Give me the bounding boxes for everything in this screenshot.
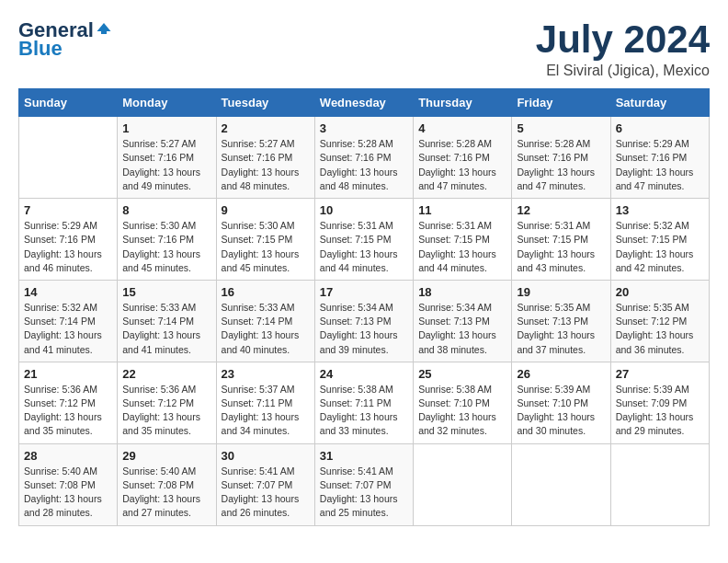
- day-number: 14: [24, 285, 112, 299]
- logo-blue: Blue: [18, 37, 63, 61]
- day-number: 18: [418, 285, 506, 299]
- day-number: 20: [616, 285, 704, 299]
- calendar-week-row: 21Sunrise: 5:36 AMSunset: 7:12 PMDayligh…: [19, 362, 710, 443]
- day-info: Sunrise: 5:39 AMSunset: 7:10 PMDaylight:…: [517, 383, 605, 439]
- day-of-week-header: Wednesday: [314, 89, 413, 117]
- calendar-day-cell: 11Sunrise: 5:31 AMSunset: 7:15 PMDayligh…: [414, 199, 512, 281]
- day-info: Sunrise: 5:40 AMSunset: 7:08 PMDaylight:…: [122, 465, 210, 521]
- day-of-week-header: Thursday: [414, 89, 512, 117]
- calendar-day-cell: 26Sunrise: 5:39 AMSunset: 7:10 PMDayligh…: [512, 362, 610, 443]
- day-of-week-header: Friday: [512, 89, 610, 117]
- calendar-day-cell: 10Sunrise: 5:31 AMSunset: 7:15 PMDayligh…: [314, 199, 413, 281]
- day-number: 28: [24, 449, 112, 463]
- page-header: General Blue July 2024 El Siviral (Jigic…: [18, 18, 710, 79]
- day-number: 15: [122, 285, 210, 299]
- day-info: Sunrise: 5:36 AMSunset: 7:12 PMDaylight:…: [122, 383, 210, 439]
- day-number: 13: [616, 203, 704, 217]
- day-info: Sunrise: 5:28 AMSunset: 7:16 PMDaylight:…: [517, 137, 605, 193]
- day-info: Sunrise: 5:31 AMSunset: 7:15 PMDaylight:…: [517, 219, 605, 275]
- day-number: 12: [517, 203, 605, 217]
- calendar-day-cell: 18Sunrise: 5:34 AMSunset: 7:13 PMDayligh…: [414, 280, 512, 362]
- calendar-day-cell: [19, 117, 118, 199]
- day-info: Sunrise: 5:37 AMSunset: 7:11 PMDaylight:…: [222, 383, 310, 439]
- month-title: July 2024: [536, 18, 710, 61]
- day-of-week-header: Monday: [118, 89, 216, 117]
- day-info: Sunrise: 5:40 AMSunset: 7:08 PMDaylight:…: [24, 465, 112, 521]
- day-number: 19: [517, 285, 605, 299]
- calendar-day-cell: 31Sunrise: 5:41 AMSunset: 7:07 PMDayligh…: [314, 443, 413, 525]
- calendar-day-cell: 21Sunrise: 5:36 AMSunset: 7:12 PMDayligh…: [19, 362, 118, 443]
- day-info: Sunrise: 5:41 AMSunset: 7:07 PMDaylight:…: [222, 465, 310, 521]
- day-number: 1: [122, 121, 210, 135]
- calendar-header-row: SundayMondayTuesdayWednesdayThursdayFrid…: [19, 89, 710, 117]
- calendar-week-row: 28Sunrise: 5:40 AMSunset: 7:08 PMDayligh…: [19, 443, 710, 525]
- day-info: Sunrise: 5:31 AMSunset: 7:15 PMDaylight:…: [320, 219, 408, 275]
- calendar-day-cell: 1Sunrise: 5:27 AMSunset: 7:16 PMDaylight…: [118, 117, 216, 199]
- logo-icon: [96, 20, 112, 37]
- calendar-week-row: 7Sunrise: 5:29 AMSunset: 7:16 PMDaylight…: [19, 199, 710, 281]
- day-number: 22: [122, 367, 210, 381]
- day-number: 5: [517, 121, 605, 135]
- calendar-day-cell: 19Sunrise: 5:35 AMSunset: 7:13 PMDayligh…: [512, 280, 610, 362]
- day-info: Sunrise: 5:32 AMSunset: 7:14 PMDaylight:…: [24, 301, 112, 357]
- day-info: Sunrise: 5:30 AMSunset: 7:16 PMDaylight:…: [122, 219, 210, 275]
- day-number: 10: [320, 203, 408, 217]
- logo: General Blue: [18, 18, 112, 61]
- calendar-day-cell: 7Sunrise: 5:29 AMSunset: 7:16 PMDaylight…: [19, 199, 118, 281]
- calendar-day-cell: 17Sunrise: 5:34 AMSunset: 7:13 PMDayligh…: [314, 280, 413, 362]
- calendar-day-cell: 5Sunrise: 5:28 AMSunset: 7:16 PMDaylight…: [512, 117, 610, 199]
- day-number: 23: [222, 367, 310, 381]
- day-info: Sunrise: 5:36 AMSunset: 7:12 PMDaylight:…: [24, 383, 112, 439]
- day-of-week-header: Saturday: [610, 89, 709, 117]
- day-info: Sunrise: 5:28 AMSunset: 7:16 PMDaylight:…: [418, 137, 506, 193]
- location-title: El Siviral (Jigica), Mexico: [536, 63, 710, 79]
- day-info: Sunrise: 5:30 AMSunset: 7:15 PMDaylight:…: [222, 219, 310, 275]
- day-number: 4: [418, 121, 506, 135]
- calendar-week-row: 14Sunrise: 5:32 AMSunset: 7:14 PMDayligh…: [19, 280, 710, 362]
- day-number: 27: [616, 367, 704, 381]
- calendar-day-cell: 12Sunrise: 5:31 AMSunset: 7:15 PMDayligh…: [512, 199, 610, 281]
- calendar-day-cell: [512, 443, 610, 525]
- day-number: 8: [122, 203, 210, 217]
- day-number: 2: [222, 121, 310, 135]
- day-number: 31: [320, 449, 408, 463]
- day-number: 30: [222, 449, 310, 463]
- day-number: 17: [320, 285, 408, 299]
- day-number: 16: [222, 285, 310, 299]
- calendar-day-cell: 14Sunrise: 5:32 AMSunset: 7:14 PMDayligh…: [19, 280, 118, 362]
- calendar-day-cell: 15Sunrise: 5:33 AMSunset: 7:14 PMDayligh…: [118, 280, 216, 362]
- day-info: Sunrise: 5:27 AMSunset: 7:16 PMDaylight:…: [122, 137, 210, 193]
- day-number: 9: [222, 203, 310, 217]
- day-info: Sunrise: 5:35 AMSunset: 7:13 PMDaylight:…: [517, 301, 605, 357]
- calendar-day-cell: 22Sunrise: 5:36 AMSunset: 7:12 PMDayligh…: [118, 362, 216, 443]
- calendar-day-cell: 6Sunrise: 5:29 AMSunset: 7:16 PMDaylight…: [610, 117, 709, 199]
- title-block: July 2024 El Siviral (Jigica), Mexico: [536, 18, 710, 79]
- day-info: Sunrise: 5:38 AMSunset: 7:11 PMDaylight:…: [320, 383, 408, 439]
- calendar-day-cell: [610, 443, 709, 525]
- calendar-day-cell: 27Sunrise: 5:39 AMSunset: 7:09 PMDayligh…: [610, 362, 709, 443]
- day-info: Sunrise: 5:39 AMSunset: 7:09 PMDaylight:…: [616, 383, 704, 439]
- calendar-day-cell: 2Sunrise: 5:27 AMSunset: 7:16 PMDaylight…: [216, 117, 314, 199]
- day-info: Sunrise: 5:33 AMSunset: 7:14 PMDaylight:…: [222, 301, 310, 357]
- day-of-week-header: Sunday: [19, 89, 118, 117]
- day-number: 6: [616, 121, 704, 135]
- day-info: Sunrise: 5:33 AMSunset: 7:14 PMDaylight:…: [122, 301, 210, 357]
- day-number: 7: [24, 203, 112, 217]
- day-info: Sunrise: 5:34 AMSunset: 7:13 PMDaylight:…: [320, 301, 408, 357]
- calendar-day-cell: 28Sunrise: 5:40 AMSunset: 7:08 PMDayligh…: [19, 443, 118, 525]
- calendar-day-cell: 4Sunrise: 5:28 AMSunset: 7:16 PMDaylight…: [414, 117, 512, 199]
- day-number: 25: [418, 367, 506, 381]
- calendar-day-cell: 8Sunrise: 5:30 AMSunset: 7:16 PMDaylight…: [118, 199, 216, 281]
- day-info: Sunrise: 5:35 AMSunset: 7:12 PMDaylight:…: [616, 301, 704, 357]
- day-info: Sunrise: 5:31 AMSunset: 7:15 PMDaylight:…: [418, 219, 506, 275]
- calendar-day-cell: 30Sunrise: 5:41 AMSunset: 7:07 PMDayligh…: [216, 443, 314, 525]
- calendar-week-row: 1Sunrise: 5:27 AMSunset: 7:16 PMDaylight…: [19, 117, 710, 199]
- day-number: 29: [122, 449, 210, 463]
- calendar-day-cell: 23Sunrise: 5:37 AMSunset: 7:11 PMDayligh…: [216, 362, 314, 443]
- calendar-table: SundayMondayTuesdayWednesdayThursdayFrid…: [18, 88, 710, 525]
- day-info: Sunrise: 5:29 AMSunset: 7:16 PMDaylight:…: [24, 219, 112, 275]
- day-info: Sunrise: 5:27 AMSunset: 7:16 PMDaylight:…: [222, 137, 310, 193]
- calendar-day-cell: 24Sunrise: 5:38 AMSunset: 7:11 PMDayligh…: [314, 362, 413, 443]
- calendar-day-cell: 13Sunrise: 5:32 AMSunset: 7:15 PMDayligh…: [610, 199, 709, 281]
- day-number: 3: [320, 121, 408, 135]
